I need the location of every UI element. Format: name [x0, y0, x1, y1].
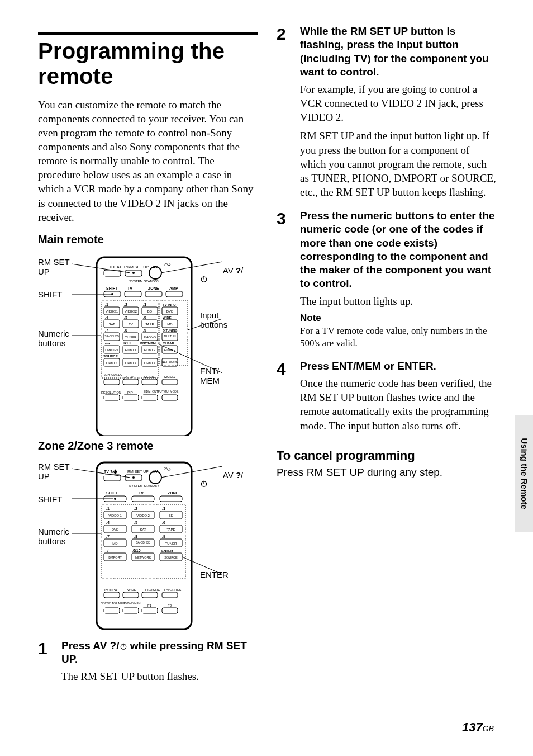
step-3-note-head: Note — [300, 313, 496, 324]
main-remote-heading: Main remote — [38, 233, 258, 246]
svg-point-101 — [132, 476, 135, 479]
svg-rect-161 — [104, 608, 120, 613]
svg-text:.4: .4 — [106, 521, 110, 525]
svg-text:HDMI 6: HDMI 6 — [144, 361, 156, 365]
callout-entmem: ENT/ MEM — [200, 366, 220, 386]
svg-text:.4: .4 — [105, 315, 108, 319]
callout-input: Input buttons — [200, 310, 227, 330]
callout-shift: SHIFT — [38, 290, 62, 299]
svg-text:DMPORT: DMPORT — [108, 556, 122, 559]
svg-text:TAPE: TAPE — [166, 528, 175, 531]
svg-text:.5: .5 — [124, 315, 127, 319]
svg-text:SAT: SAT — [108, 323, 115, 326]
svg-text:.0/10: .0/10 — [122, 341, 131, 345]
callout-numeric: Numeric buttons — [38, 329, 69, 348]
svg-text:MUSIC: MUSIC — [164, 375, 175, 379]
svg-text:?/⏻: ?/⏻ — [164, 262, 171, 266]
svg-text:PIP: PIP — [127, 391, 133, 394]
zone-remote-heading: Zone 2/Zone 3 remote — [38, 440, 258, 452]
cancel-body: Press RM SET UP during any step. — [277, 466, 496, 479]
svg-text:MULTI
IN: MULTI IN — [164, 334, 175, 338]
intro-paragraph: You can customize the remote to match th… — [38, 98, 258, 224]
svg-text:VIDEO 2: VIDEO 2 — [136, 514, 150, 517]
svg-text:CLEAR: CLEAR — [163, 342, 174, 345]
svg-text:?/⏻: ?/⏻ — [164, 467, 171, 471]
svg-rect-9 — [145, 291, 162, 297]
svg-text:SOURCE: SOURCE — [103, 355, 118, 358]
svg-text:VIDEO 1: VIDEO 1 — [108, 514, 122, 517]
svg-text:-/--: -/-- — [106, 549, 112, 552]
step-1: 1 Press AV ?/ while pressing RM SET UP. … — [38, 639, 258, 688]
svg-text:.3: .3 — [162, 507, 165, 511]
svg-rect-153 — [104, 592, 120, 598]
svg-text:.7: .7 — [105, 328, 108, 332]
svg-text:MD: MD — [112, 542, 118, 545]
svg-text:.3: .3 — [143, 303, 146, 306]
side-tab: Using the Remote — [515, 415, 533, 532]
step-3-note-body: For a TV remote code value, only numbers… — [300, 325, 496, 349]
svg-text:.8: .8 — [134, 535, 137, 538]
step-2-para1: For example, if you are going to control… — [300, 82, 496, 124]
svg-rect-156 — [162, 592, 178, 598]
svg-text:.2: .2 — [124, 303, 127, 306]
svg-text:RM SET UP: RM SET UP — [127, 470, 149, 474]
svg-text:HDMI 2: HDMI 2 — [144, 348, 156, 352]
svg-text:BD: BD — [147, 310, 153, 313]
svg-text:SOURCE: SOURCE — [164, 556, 178, 559]
callout-rmsetup: RM SET UP — [38, 257, 70, 277]
svg-text:-/--: -/-- — [105, 341, 111, 345]
callout-numeric-zone: Numeric buttons — [38, 527, 69, 546]
callout-av-zone: AV ?/ — [200, 461, 243, 507]
svg-text:NET-
WORK: NET- WORK — [162, 360, 178, 363]
svg-text:DVD: DVD — [112, 528, 119, 531]
svg-rect-109 — [132, 496, 154, 502]
lbl-zone: ZONE — [148, 286, 159, 290]
svg-text:A.F.D.: A.F.D. — [125, 375, 135, 379]
step-1-number: 1 — [38, 639, 61, 688]
svg-text:F1: F1 — [147, 604, 152, 607]
svg-text:VIDEO2: VIDEO2 — [125, 310, 137, 313]
lbl-rmsetup: RM SET UP — [127, 265, 149, 269]
svg-text:.0/10: .0/10 — [132, 549, 141, 552]
svg-text:PHONO: PHONO — [144, 336, 156, 339]
cancel-heading: To cancel programming — [277, 448, 496, 463]
svg-point-4 — [132, 272, 135, 274]
main-remote-figure: THEATER RM SET UP AV ?/⏻ SYSTEM STANDBY … — [38, 252, 258, 436]
svg-text:GUI
MODE: GUI MODE — [164, 390, 179, 393]
svg-text:HDMI
OUTPUT: HDMI OUTPUT — [144, 390, 164, 393]
svg-text:TV INPUT: TV INPUT — [163, 303, 178, 306]
svg-text:SA-CD/
CD: SA-CD/ CD — [136, 541, 150, 544]
svg-rect-85 — [162, 395, 178, 400]
svg-text:SA-CD/
CD: SA-CD/ CD — [104, 334, 119, 338]
svg-text:D.TUNING: D.TUNING — [163, 329, 178, 332]
svg-line-165 — [72, 469, 130, 478]
svg-point-7 — [111, 293, 113, 295]
svg-text:HDMI 4: HDMI 4 — [106, 361, 118, 365]
svg-text:WIDE: WIDE — [163, 316, 172, 319]
svg-point-108 — [114, 498, 116, 500]
step-1-para: The RM SET UP button flashes. — [61, 669, 258, 683]
svg-text:.7: .7 — [106, 535, 110, 538]
svg-rect-76 — [142, 379, 158, 385]
lbl-amp: AMP — [169, 286, 178, 290]
svg-text:SAT: SAT — [140, 528, 146, 531]
step-4-para: Once the numeric code has been verified,… — [300, 376, 496, 432]
svg-text:SYSTEM STANDBY: SYSTEM STANDBY — [129, 484, 159, 488]
svg-text:WIDE: WIDE — [127, 588, 136, 592]
power-icon — [200, 275, 208, 283]
svg-text:TV: TV — [129, 323, 133, 326]
power-icon — [120, 642, 127, 650]
title-rule — [38, 32, 258, 35]
svg-text:TV INPUT: TV INPUT — [104, 588, 120, 592]
svg-text:PICTURE: PICTURE — [145, 588, 160, 592]
svg-text:ENT/MEM: ENT/MEM — [140, 342, 156, 345]
side-tab-label: Using the Remote — [520, 438, 529, 509]
svg-text:TV ?/⏻: TV ?/⏻ — [104, 469, 117, 474]
step-2-head: While the RM SET UP button is flashing, … — [300, 25, 496, 79]
svg-text:MOVIE: MOVIE — [144, 375, 155, 379]
svg-text:.6: .6 — [143, 315, 146, 319]
svg-text:SHIFT: SHIFT — [106, 491, 118, 495]
svg-text:ENTER: ENTER — [161, 549, 173, 552]
svg-rect-82 — [104, 395, 120, 400]
svg-text:.1: .1 — [106, 507, 110, 511]
